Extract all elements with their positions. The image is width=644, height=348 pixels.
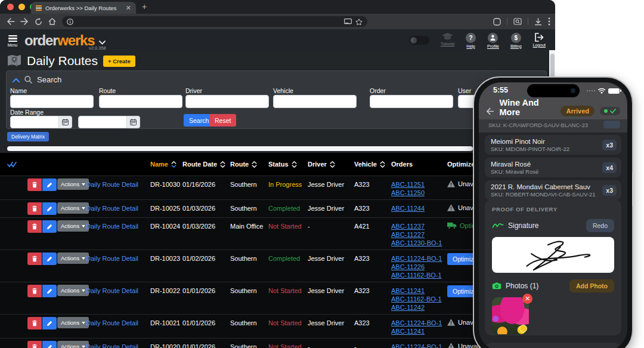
calendar-icon[interactable]	[59, 116, 72, 128]
order-link[interactable]: ABC-11241	[391, 287, 447, 295]
order-input[interactable]	[370, 95, 453, 108]
signature-pad[interactable]	[492, 237, 614, 273]
delete-button[interactable]	[27, 252, 42, 265]
nav-help[interactable]: ? Help	[466, 33, 476, 48]
daily-route-detail-link[interactable]: Daily Route Detail	[86, 341, 138, 348]
delivery-photo-thumbnail[interactable]: ✕	[492, 297, 529, 334]
forward-icon[interactable]	[18, 16, 30, 27]
order-link[interactable]: ABC-11244	[391, 204, 447, 213]
vehicle-input[interactable]	[273, 95, 357, 108]
actions-dropdown-button[interactable]: Actions	[57, 178, 89, 190]
delete-button[interactable]	[27, 341, 42, 348]
redo-signature-button[interactable]: Redo	[586, 219, 614, 232]
bookmark-star-icon[interactable]	[355, 19, 363, 25]
nav-billing[interactable]: $ Billing	[510, 33, 522, 48]
date-from-input[interactable]	[10, 116, 59, 128]
back-arrow-icon[interactable]	[486, 107, 494, 115]
order-link[interactable]: ABC-11224-BO-1	[391, 319, 447, 327]
daily-route-detail-link[interactable]: Daily Route Detail	[86, 285, 138, 295]
order-link[interactable]: ABC-11250	[391, 189, 447, 197]
order-link[interactable]: ABC-11224-BO-1	[391, 343, 447, 348]
sort-icons[interactable]	[220, 161, 225, 168]
delete-button[interactable]	[27, 202, 42, 215]
nav-logout[interactable]: Logout	[533, 33, 546, 47]
cast-icon[interactable]	[344, 19, 352, 24]
column-header-vehicle[interactable]: Vehicle	[354, 161, 391, 168]
daily-route-detail-link[interactable]: Daily Route Detail	[86, 252, 138, 263]
dark-mode-toggle[interactable]: ☾	[409, 36, 429, 45]
order-link[interactable]: ABC-11162-BO-1	[391, 295, 447, 303]
delete-button[interactable]	[27, 220, 42, 233]
delivery-matrix-button[interactable]: Delivery Matrix	[7, 132, 49, 141]
remove-photo-icon[interactable]: ✕	[522, 294, 532, 304]
reload-icon[interactable]	[32, 16, 44, 27]
tab-search-icon[interactable]	[513, 18, 522, 26]
actions-dropdown-button[interactable]: Actions	[57, 220, 89, 232]
actions-dropdown-button[interactable]: Actions	[57, 202, 89, 214]
route-input[interactable]	[99, 95, 182, 108]
order-link[interactable]: ABC-11224-BO-1	[391, 254, 447, 263]
create-button[interactable]: + Create	[103, 56, 135, 67]
name-input[interactable]	[10, 95, 94, 108]
select-all-icon[interactable]	[7, 161, 27, 168]
delete-button[interactable]	[27, 178, 42, 191]
edit-button[interactable]	[42, 285, 57, 297]
edit-button[interactable]	[42, 341, 57, 348]
order-link[interactable]: ABC-11226	[391, 263, 447, 271]
column-header-driver[interactable]: Driver	[308, 161, 354, 168]
column-header-route[interactable]: Route	[230, 161, 268, 168]
edit-button[interactable]	[42, 220, 57, 233]
calendar-icon[interactable]	[127, 116, 140, 128]
column-header-status[interactable]: Status	[268, 161, 308, 168]
back-icon[interactable]	[5, 16, 17, 27]
edit-button[interactable]	[42, 178, 57, 191]
url-bar[interactable]	[62, 16, 367, 27]
edit-button[interactable]	[42, 317, 57, 329]
browser-tab[interactable]: Orderwerks >> Daily Routes ✕	[31, 2, 136, 14]
sort-icons[interactable]	[252, 161, 257, 168]
add-photo-button[interactable]: Add Photo	[569, 279, 614, 292]
site-info-icon[interactable]	[67, 19, 73, 25]
actions-dropdown-button[interactable]: Actions	[57, 317, 89, 328]
order-link[interactable]: ABC-11237	[391, 222, 447, 230]
menu-button[interactable]: Menu	[5, 33, 20, 48]
date-to-input[interactable]	[78, 116, 127, 128]
nav-profile[interactable]: Profile	[487, 33, 499, 48]
order-link[interactable]: ABC-11242	[391, 303, 447, 312]
delete-button[interactable]	[27, 317, 42, 329]
home-icon[interactable]	[46, 16, 58, 27]
reset-button[interactable]: Reset	[209, 114, 236, 127]
download-icon[interactable]	[534, 18, 542, 26]
sort-icons[interactable]	[380, 161, 385, 168]
actions-dropdown-button[interactable]: Actions	[57, 252, 89, 264]
order-link[interactable]: ABC-11251	[391, 180, 447, 189]
daily-route-detail-link[interactable]: Daily Route Detail	[86, 202, 138, 213]
column-header-name[interactable]: Name	[150, 161, 182, 168]
edit-button[interactable]	[42, 202, 57, 215]
extensions-icon[interactable]	[493, 18, 501, 26]
close-window-button[interactable]	[7, 4, 14, 10]
daily-route-detail-link[interactable]: Daily Route Detail	[86, 220, 138, 231]
tab-close-icon[interactable]: ✕	[126, 5, 131, 11]
column-header-route-date[interactable]: Route Date	[182, 161, 230, 168]
actions-dropdown-button[interactable]: Actions	[57, 341, 89, 348]
daily-route-detail-link[interactable]: Daily Route Detail	[86, 178, 138, 189]
orderwerks-logo[interactable]: orderwerks	[24, 32, 94, 50]
order-link[interactable]: ABC-11227	[391, 230, 447, 239]
edit-button[interactable]	[42, 252, 57, 265]
sort-icons[interactable]	[330, 161, 335, 168]
delete-button[interactable]	[27, 285, 42, 297]
order-link[interactable]: ABC-11230-BO-1	[391, 239, 447, 247]
collapse-chevron-icon[interactable]	[13, 78, 20, 82]
browser-menu-icon[interactable]	[548, 17, 550, 26]
actions-dropdown-button[interactable]: Actions	[57, 285, 89, 296]
order-link[interactable]: ABC-11162-BO-1	[391, 271, 447, 279]
order-link[interactable]: ABC-11241	[391, 327, 447, 335]
new-tab-button[interactable]: +	[142, 2, 147, 11]
minimize-window-button[interactable]	[18, 4, 25, 10]
daily-route-detail-link[interactable]: Daily Route Detail	[86, 317, 138, 328]
sort-icons[interactable]	[171, 161, 177, 168]
sort-icons[interactable]	[292, 161, 297, 168]
driver-input[interactable]	[185, 95, 269, 108]
horizontal-scrollbar[interactable]	[7, 146, 473, 151]
